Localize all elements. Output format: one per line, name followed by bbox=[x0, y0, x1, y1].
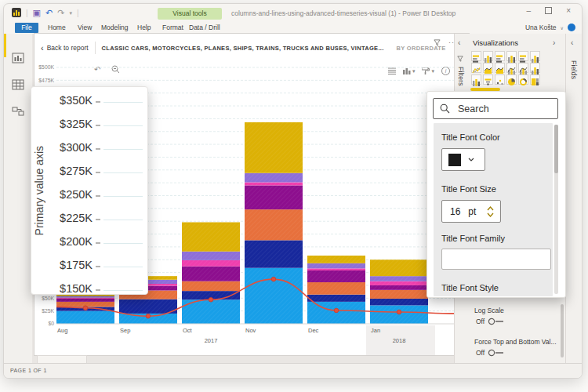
stacked-column-oct[interactable] bbox=[182, 223, 240, 324]
save-icon[interactable]: ▣ bbox=[33, 9, 41, 17]
scatter-chart-icon[interactable] bbox=[495, 74, 505, 85]
search-icon bbox=[440, 103, 450, 114]
format-search-overlay: Title Font Color Title Font Size 16 pt T… bbox=[426, 91, 566, 298]
filters-pane-label[interactable]: Filters bbox=[457, 67, 465, 86]
tab-modeling[interactable]: Modeling bbox=[101, 24, 129, 31]
stacked-column-chart-icon[interactable] bbox=[483, 51, 493, 61]
ribbon-chart-icon[interactable] bbox=[530, 63, 540, 73]
stacked-column-nov[interactable] bbox=[245, 122, 303, 324]
title-font-size-spinner[interactable]: 16 pt bbox=[441, 200, 501, 223]
tab-help[interactable]: Help bbox=[137, 24, 151, 31]
model-view-icon[interactable] bbox=[12, 106, 24, 117]
active-view-indicator bbox=[4, 34, 6, 57]
gridline bbox=[103, 196, 143, 197]
funnel-chart-icon[interactable] bbox=[483, 74, 493, 85]
column-texture bbox=[307, 256, 365, 324]
spinner-down-icon[interactable] bbox=[487, 212, 494, 217]
toolbar-dropdown-icon[interactable]: ▾ bbox=[69, 9, 72, 17]
tab-format[interactable]: Format bbox=[162, 24, 183, 31]
minimize-button[interactable]: – bbox=[527, 6, 532, 15]
x-axis-month-label: Sep bbox=[120, 327, 130, 334]
y-tick-label: $25K bbox=[42, 308, 54, 314]
redo-icon[interactable]: ↷ bbox=[57, 9, 64, 17]
line-marker[interactable] bbox=[146, 314, 151, 318]
collapse-visualizations-icon[interactable]: › bbox=[553, 38, 555, 47]
gridline bbox=[103, 125, 143, 126]
stacked-bar-chart-icon[interactable] bbox=[471, 51, 481, 61]
line-marker[interactable] bbox=[397, 310, 401, 314]
quick-access-toolbar: | ▣ ↶ ↷ ▾ | bbox=[12, 8, 79, 17]
column-texture bbox=[182, 223, 240, 324]
line-and-clustered-column-chart-icon[interactable] bbox=[518, 63, 528, 73]
force-top-bottom-toggle[interactable]: Off bbox=[476, 349, 505, 357]
fields-pane-label[interactable]: Fields bbox=[570, 60, 578, 79]
title-font-family-input[interactable] bbox=[441, 249, 551, 270]
tab-file[interactable]: File bbox=[15, 23, 38, 33]
account-menu[interactable]: Una Košte ∨ bbox=[525, 24, 575, 31]
tick-mark bbox=[96, 219, 100, 220]
y-tick-label: $0 bbox=[48, 321, 54, 326]
axis-overlay-row: $325K bbox=[31, 118, 147, 133]
area-chart-icon[interactable] bbox=[483, 63, 493, 73]
treemap-chart-icon[interactable] bbox=[530, 74, 540, 85]
visual-type-gallery bbox=[471, 51, 550, 85]
account-avatar[interactable] bbox=[568, 24, 575, 31]
x-axis-month-label: Oct bbox=[183, 327, 193, 334]
donut-chart-icon[interactable] bbox=[518, 74, 528, 85]
100-stacked-bar-chart-icon[interactable] bbox=[518, 51, 528, 61]
tab-view[interactable]: View bbox=[78, 24, 92, 31]
data-view-icon[interactable] bbox=[12, 79, 24, 90]
visual-tools-contextual-tab: Visual tools bbox=[158, 8, 222, 20]
stacked-area-chart-icon[interactable] bbox=[495, 63, 505, 73]
search-input[interactable] bbox=[456, 103, 546, 115]
maximize-button[interactable] bbox=[545, 7, 552, 14]
powerbi-window: | ▣ ↶ ↷ ▾ | Visual tools columns-and-lin… bbox=[3, 3, 583, 379]
tick-mark bbox=[96, 101, 100, 103]
column-texture bbox=[245, 122, 303, 324]
line-marker[interactable] bbox=[209, 297, 213, 302]
clustered-bar-chart-icon[interactable] bbox=[495, 51, 505, 61]
toggle-off-icon bbox=[488, 349, 505, 357]
separator: | bbox=[77, 9, 79, 17]
clustered-column-chart-icon[interactable] bbox=[506, 51, 517, 61]
line-chart-icon[interactable] bbox=[471, 63, 481, 73]
title-font-family-label: Title Font Family bbox=[441, 234, 505, 243]
x-axis-month-label: Jan bbox=[371, 327, 380, 334]
pie-chart-icon[interactable] bbox=[506, 74, 517, 85]
format-pane-scrollbar[interactable] bbox=[561, 304, 564, 358]
gridline bbox=[103, 149, 143, 150]
expand-filters-icon[interactable]: ‹ bbox=[458, 38, 460, 47]
toggle-off-icon bbox=[488, 318, 505, 325]
overlay-scrollbar-thumb[interactable] bbox=[554, 125, 558, 173]
title-font-color-label: Title Font Color bbox=[441, 132, 500, 142]
filter-funnel-icon bbox=[457, 56, 463, 62]
tick-mark bbox=[96, 148, 100, 150]
expand-fields-icon[interactable]: ‹ bbox=[571, 38, 573, 47]
y-tick-label: $500K bbox=[38, 64, 54, 70]
x-axis-month-label: Dec bbox=[308, 327, 319, 334]
stacked-column-dec[interactable] bbox=[307, 256, 365, 324]
close-button[interactable]: × bbox=[566, 6, 571, 15]
log-scale-toggle[interactable]: Off bbox=[476, 318, 505, 325]
title-font-size-label: Title Font Size bbox=[441, 184, 496, 194]
line-and-stacked-column-chart-icon[interactable] bbox=[506, 63, 517, 73]
tab-home[interactable]: Home bbox=[48, 24, 66, 31]
100-stacked-column-chart-icon[interactable] bbox=[530, 51, 540, 61]
waterfall-chart-icon[interactable] bbox=[471, 74, 481, 85]
axis-overlay-row: $200K bbox=[31, 235, 147, 251]
powerbi-logo-icon bbox=[12, 8, 21, 17]
spinner-up-icon[interactable] bbox=[487, 206, 494, 211]
window-title: columns-and-lines-using-advanced-timeser… bbox=[231, 9, 456, 17]
line-marker[interactable] bbox=[83, 306, 88, 310]
report-view-icon[interactable] bbox=[12, 53, 24, 64]
axis-zoom-overlay: Primary value axis $350K$325K$300K$275K$… bbox=[31, 86, 148, 295]
separator: | bbox=[26, 9, 28, 17]
tab-data-drill[interactable]: Data / Drill bbox=[189, 24, 220, 31]
gridline bbox=[103, 267, 143, 267]
line-marker[interactable] bbox=[271, 277, 276, 281]
title-font-color-picker[interactable] bbox=[441, 148, 485, 171]
font-size-unit: pt bbox=[468, 206, 476, 217]
search-box[interactable] bbox=[433, 98, 558, 119]
undo-icon[interactable]: ↶ bbox=[45, 9, 53, 17]
line-marker[interactable] bbox=[334, 308, 339, 313]
